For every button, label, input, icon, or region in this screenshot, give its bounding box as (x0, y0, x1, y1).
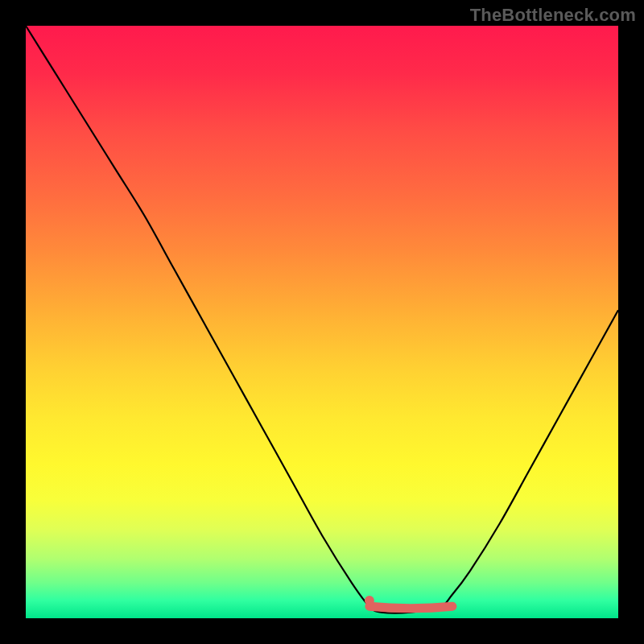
optimal-start-marker (365, 596, 374, 605)
curve-layer (26, 26, 618, 618)
bottleneck-curve-path (26, 26, 618, 613)
bottleneck-chart: TheBottleneck.com (0, 0, 644, 644)
watermark-text: TheBottleneck.com (470, 5, 636, 26)
plot-area (26, 26, 618, 618)
optimal-range-band (369, 606, 452, 609)
